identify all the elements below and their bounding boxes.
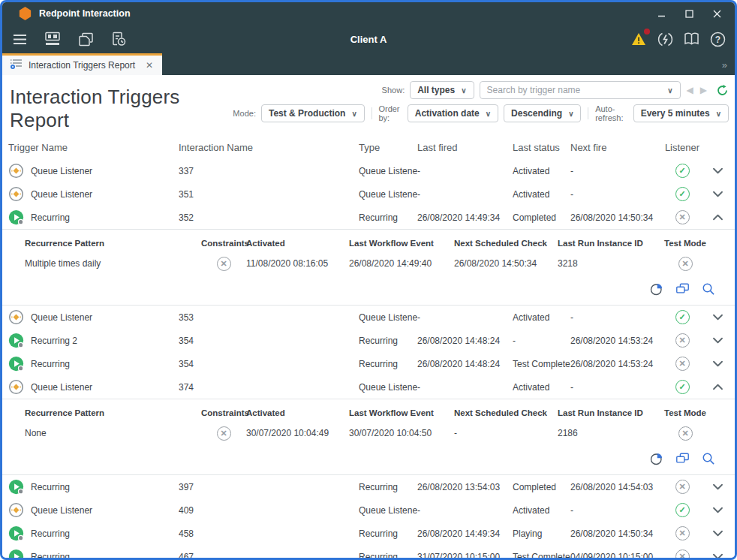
- last-fired: -: [417, 382, 513, 393]
- chevron-down-icon: [711, 336, 724, 345]
- documentation-book-icon[interactable]: [683, 31, 699, 47]
- chevron-down-icon: [711, 483, 724, 491]
- mode-dropdown[interactable]: Test & Production∨: [261, 104, 365, 122]
- refresh-icon[interactable]: [716, 84, 729, 97]
- last-fired: 26/08/2020 14:48:24: [417, 336, 513, 346]
- view-statistics-button[interactable]: [650, 282, 663, 296]
- tab-interaction-triggers-report[interactable]: Interaction Triggers Report ✕: [2, 53, 162, 75]
- sort-direction-dropdown[interactable]: Descending∨: [504, 104, 581, 122]
- col-header-type[interactable]: Type: [359, 142, 417, 153]
- last-workflow-event: 30/07/2020 10:04:50: [349, 428, 454, 438]
- expand-row-button[interactable]: [702, 498, 733, 522]
- expand-row-button[interactable]: [702, 159, 733, 182]
- collapse-row-button[interactable]: [702, 375, 733, 399]
- col-header-next-fire[interactable]: Next fire: [570, 142, 663, 153]
- chevron-down-icon: [711, 506, 724, 514]
- tab-label: Interaction Triggers Report: [29, 60, 135, 71]
- recurrence-pattern: None: [25, 428, 201, 438]
- listener-inactive-icon: ✕: [675, 549, 690, 558]
- listener-status: ✕: [663, 210, 702, 224]
- listener-active-icon: ✓: [675, 310, 690, 324]
- listener-active-icon: ✓: [675, 503, 690, 517]
- pie-chart-icon: [650, 452, 663, 465]
- col-header-trigger-name[interactable]: Trigger Name: [8, 142, 179, 153]
- table-row[interactable]: Recurring397Recurring26/08/2020 13:54:03…: [2, 475, 735, 498]
- trigger-name: Recurring: [31, 528, 70, 539]
- recurring-trigger-icon: [8, 333, 24, 348]
- tab-close-icon[interactable]: ✕: [146, 60, 153, 71]
- show-type-dropdown[interactable]: All types∨: [410, 81, 474, 99]
- expand-row-button[interactable]: [702, 182, 733, 206]
- alerts-warning-icon[interactable]: [630, 31, 647, 47]
- last-fired: 31/07/2020 10:15:00: [417, 552, 513, 558]
- table-row[interactable]: Queue Listener337Queue Listener-Activate…: [2, 159, 735, 182]
- col-header-last-status[interactable]: Last status: [513, 142, 570, 153]
- recurring-trigger-icon: [8, 525, 24, 541]
- workflow-panels-icon[interactable]: [44, 31, 61, 47]
- listener-status: ✓: [663, 164, 702, 178]
- next-scheduled-check: 26/08/2020 14:50:34: [454, 258, 558, 269]
- order-by-dropdown[interactable]: Activation date∨: [408, 104, 498, 122]
- search-input[interactable]: [487, 85, 668, 95]
- next-fire: 26/08/2020 14:50:34: [570, 528, 663, 539]
- mode-label: Mode:: [233, 109, 256, 118]
- next-fire: -: [570, 505, 663, 516]
- table-row[interactable]: Queue Listener351Queue Listener-Activate…: [2, 182, 735, 206]
- last-fired: -: [417, 166, 513, 176]
- table-row[interactable]: Queue Listener374Queue Listener-Activate…: [2, 375, 735, 399]
- integrations-icon[interactable]: [657, 31, 673, 47]
- table-header-row: Trigger Name Interaction Name Type Last …: [2, 135, 735, 159]
- view-statistics-button[interactable]: [650, 452, 663, 465]
- table-row[interactable]: Recurring352Recurring26/08/2020 14:49:34…: [2, 206, 735, 229]
- last-fired: 26/08/2020 14:49:34: [417, 212, 513, 223]
- table-row[interactable]: Recurring458Recurring26/08/2020 14:49:34…: [2, 522, 735, 545]
- divider: [588, 107, 588, 119]
- expand-row-button[interactable]: [702, 545, 733, 558]
- recurring-trigger-icon: [8, 209, 24, 225]
- constraints-status: ✕: [201, 257, 246, 271]
- table-row[interactable]: Recurring467Recurring31/07/2020 10:15:00…: [2, 545, 735, 558]
- prev-page-icon[interactable]: ◀: [686, 85, 694, 95]
- report-schedule-icon[interactable]: [110, 31, 127, 47]
- help-icon[interactable]: ?: [709, 31, 726, 47]
- table-row[interactable]: Recurring 2354Recurring26/08/2020 14:48:…: [2, 329, 735, 352]
- expand-row-button[interactable]: [702, 352, 733, 375]
- trigger-search-combo[interactable]: ∨: [480, 81, 681, 99]
- next-fire: 26/08/2020 14:53:24: [570, 336, 663, 346]
- collapse-row-button[interactable]: [702, 206, 733, 229]
- expand-row-button[interactable]: [702, 522, 733, 545]
- copy-trigger-button[interactable]: [675, 452, 690, 465]
- table-row[interactable]: Queue Listener353Queue Listener-Activate…: [2, 306, 735, 329]
- inspect-trigger-button[interactable]: [702, 282, 715, 296]
- col-header-listener[interactable]: Listener: [663, 142, 702, 153]
- next-page-icon[interactable]: ▶: [699, 85, 708, 95]
- interaction-name: 467: [179, 552, 359, 558]
- table-row[interactable]: Recurring354Recurring26/08/2020 14:48:24…: [2, 352, 735, 375]
- activated-date: 30/07/2020 10:04:49: [246, 428, 349, 438]
- auto-refresh-dropdown[interactable]: Every 5 minutes∨: [633, 104, 729, 122]
- inspect-trigger-button[interactable]: [702, 452, 715, 465]
- menu-icon[interactable]: [11, 31, 28, 47]
- detail-col-header: Recurrence Pattern: [25, 408, 201, 417]
- chevron-down-icon: [711, 552, 724, 558]
- close-button[interactable]: [713, 10, 721, 18]
- chevron-down-icon: [711, 167, 724, 175]
- col-header-last-fired[interactable]: Last fired: [417, 142, 513, 153]
- table-row[interactable]: Queue Listener409Queue Listener-Activate…: [2, 498, 735, 522]
- queue-listener-icon: [8, 309, 24, 325]
- detail-col-header: Activated: [246, 239, 349, 248]
- app-window: Redpoint Interaction Client A: [0, 0, 737, 560]
- last-status: Activated: [513, 312, 570, 323]
- expand-row-button[interactable]: [702, 306, 733, 329]
- tab-overflow-icon[interactable]: »: [722, 59, 735, 75]
- expand-row-button[interactable]: [702, 475, 733, 498]
- maximize-button[interactable]: [685, 10, 693, 18]
- trigger-type: Queue Listener: [359, 505, 417, 516]
- chevron-down-icon[interactable]: ∨: [667, 86, 672, 95]
- col-header-interaction-name[interactable]: Interaction Name: [179, 142, 359, 153]
- chevron-down-icon: ∨: [716, 110, 721, 118]
- pages-icon[interactable]: [77, 31, 94, 47]
- expand-row-button[interactable]: [702, 329, 733, 352]
- copy-trigger-button[interactable]: [675, 282, 690, 296]
- minimize-button[interactable]: [657, 10, 666, 18]
